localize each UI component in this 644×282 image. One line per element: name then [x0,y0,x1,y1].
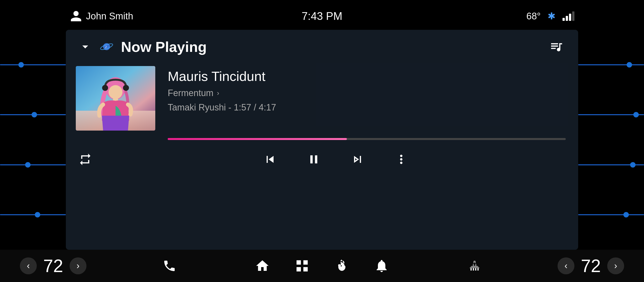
seat-heat-button[interactable] [465,257,484,275]
user-info: John Smith [70,10,133,22]
user-name: John Smith [86,11,133,21]
right-sliders [578,30,644,250]
left-slider-1[interactable] [0,64,66,65]
left-slider-3[interactable] [0,164,66,165]
temperature: 68° [526,11,541,21]
left-temp-increase[interactable]: › [70,258,86,274]
track-artist-time: Tamaki Ryushi - 1:57 / 4:17 [168,102,566,113]
status-right: 68° ✱ [526,11,574,21]
bell-button[interactable] [372,256,392,276]
phone-button[interactable] [160,257,179,275]
left-slider-2[interactable] [0,114,66,115]
bottom-nav: ‹ 72 › [0,250,644,282]
skip-previous-button[interactable] [261,150,280,169]
progress-container[interactable] [76,138,566,145]
progress-track[interactable] [168,138,566,140]
fan-button[interactable] [332,256,352,276]
home-button[interactable] [252,256,272,276]
center-nav-icons [252,256,392,276]
track-info-row: Mauris Tincidunt Fermentum › Tamaki Ryus… [76,66,566,131]
collapse-button[interactable] [76,37,95,56]
track-details: Mauris Tincidunt Fermentum › Tamaki Ryus… [168,66,566,113]
skip-next-button[interactable] [348,150,367,169]
right-temp-decrease[interactable]: ‹ [558,258,574,274]
svg-point-8 [108,85,122,99]
right-slider-2[interactable] [578,114,644,115]
album-art [76,66,155,131]
right-temp-control: ‹ 72 › [558,256,624,276]
signal-icon [562,11,574,21]
right-temp-increase[interactable]: › [607,258,624,274]
header-left: ♪ Now Playing [76,37,207,56]
right-slider-1[interactable] [578,64,644,65]
center-controls [126,150,546,169]
left-temp-value: 72 [41,256,66,276]
left-controls [76,150,126,169]
user-icon [70,10,82,22]
queue-button[interactable] [547,37,566,56]
card-header: ♪ Now Playing [66,30,578,61]
left-temp-control: ‹ 72 › [20,256,86,276]
bluetooth-icon: ✱ [548,11,556,21]
track-album[interactable]: Fermentum › [168,88,566,98]
status-bar: John Smith 7:43 PM 68° ✱ [0,0,644,32]
controls-row [76,145,566,174]
music-app-icon: ♪ [100,40,114,54]
repeat-button[interactable] [76,150,95,169]
left-slider-4[interactable] [0,214,66,215]
right-slider-3[interactable] [578,164,644,165]
pause-button[interactable] [304,150,323,169]
right-temp-value: 72 [578,256,603,276]
track-title: Mauris Tincidunt [168,68,566,84]
status-time: 7:43 PM [302,10,342,22]
album-chevron-icon: › [217,89,219,97]
progress-fill [168,138,347,140]
album-name: Fermentum [168,88,214,98]
main-card: ♪ Now Playing [66,30,578,250]
card-content: Mauris Tincidunt Fermentum › Tamaki Ryus… [66,61,578,250]
svg-point-7 [123,85,129,91]
svg-text:♪: ♪ [105,44,107,49]
grid-button[interactable] [292,256,312,276]
now-playing-title: Now Playing [121,38,207,55]
right-slider-4[interactable] [578,214,644,215]
more-options-button[interactable] [392,150,411,169]
left-sliders [0,30,66,250]
svg-point-6 [102,85,108,91]
left-temp-decrease[interactable]: ‹ [20,258,37,274]
